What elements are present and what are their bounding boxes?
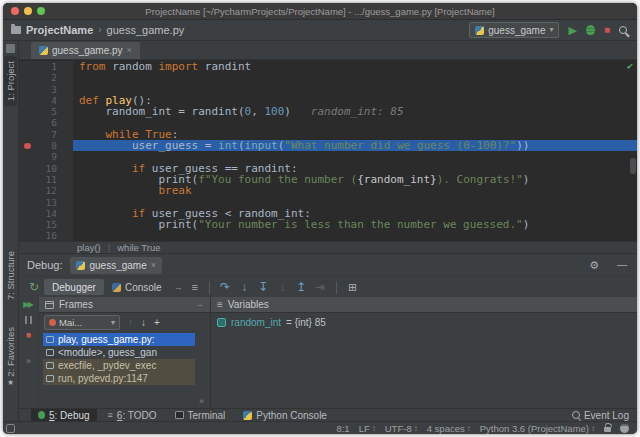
line-number-gutter[interactable]: 6	[19, 117, 73, 128]
breadcrumb-function[interactable]: play()	[77, 242, 101, 253]
line-number-gutter[interactable]: 13	[19, 197, 73, 208]
step-into-icon[interactable]: ↓	[235, 281, 254, 293]
close-icon[interactable]: ×	[151, 261, 156, 270]
step-over-icon[interactable]: ↷	[216, 281, 235, 293]
zoom-window-button[interactable]	[37, 7, 45, 15]
line-number-gutter[interactable]: 14	[19, 208, 73, 219]
line-number-gutter[interactable]: 7	[19, 129, 73, 140]
caret-position[interactable]: 8:1	[336, 423, 349, 434]
line-number-gutter[interactable]: 11	[19, 174, 73, 185]
code-line[interactable]: 1from random import randint	[19, 61, 637, 72]
updown-arrows-icon: ↕	[414, 424, 418, 433]
frame-down-icon[interactable]: ↓	[141, 318, 146, 328]
tool-window-button-terminal[interactable]: Terminal	[168, 409, 233, 422]
editor-scrollbar[interactable]	[630, 158, 636, 174]
step-into-my-code-icon[interactable]: ↧	[254, 281, 273, 293]
code-line[interactable]: 5 random_int = randint(0, 100) random_in…	[19, 106, 637, 117]
lock-icon[interactable]	[604, 427, 611, 432]
evaluate-expression-icon[interactable]: ⊞	[343, 282, 363, 293]
tool-window-button-python[interactable]: Python Console	[236, 409, 334, 422]
frame-row[interactable]: play, guess_game.py:	[43, 333, 195, 346]
terminal-icon	[175, 411, 184, 419]
toggle-tool-buttons-icon[interactable]	[6, 424, 15, 433]
run-configuration-select[interactable]: guess_game ▾	[469, 22, 559, 38]
rerun-icon[interactable]: ↻	[24, 281, 44, 293]
frame-row[interactable]: execfile, _pydev_exec	[43, 359, 195, 372]
line-number-gutter[interactable]: 10	[19, 163, 73, 174]
line-number-gutter[interactable]: 3	[19, 84, 73, 95]
step-out-icon[interactable]: ↥	[292, 281, 311, 293]
frame-row[interactable]: run, pydevd.py:1147	[43, 372, 195, 385]
pause-program-icon[interactable]	[25, 316, 32, 324]
sidebar-item-favorites[interactable]: 2: Favorites	[5, 327, 16, 377]
show-prompt-icon[interactable]: →	[174, 283, 183, 292]
tool-window-button-todo[interactable]: ≡6: TODO	[101, 409, 164, 422]
breadcrumb-file[interactable]: guess_game.py	[107, 24, 185, 36]
breadcrumb-block[interactable]: while True	[117, 242, 160, 253]
interpreter-widget[interactable]: Python 3.6 (ProjectName)↕	[480, 423, 595, 434]
line-number-gutter[interactable]: 12	[19, 185, 73, 196]
frame-row[interactable]: <module>, guess_gan	[43, 346, 195, 359]
code-line[interactable]: 12 break	[19, 185, 637, 196]
sidebar-item-project[interactable]: 1: Project	[4, 56, 17, 106]
tab-console[interactable]: Console	[104, 279, 170, 295]
stop-icon[interactable]: ■	[26, 331, 31, 340]
debug-session-tab[interactable]: guess_game ×	[70, 257, 162, 274]
code-line[interactable]: 15 print("Your number is less than the n…	[19, 219, 637, 230]
frames-overflow-icon[interactable]: »	[199, 397, 204, 406]
layout-menu-icon[interactable]: ≡	[187, 282, 203, 293]
editor-tab-guess-game[interactable]: guess_game.py ×	[31, 42, 140, 59]
stop-button[interactable]: ■	[604, 25, 610, 35]
code-line[interactable]: 16	[19, 230, 637, 241]
run-button[interactable]: ▶	[568, 25, 576, 36]
sidebar-item-structure[interactable]: 7: Structure	[5, 251, 16, 300]
frame-label: execfile, _pydev_exec	[58, 360, 156, 371]
breakpoint-dot[interactable]	[24, 143, 31, 150]
more-actions-icon[interactable]: »	[26, 357, 31, 366]
minimize-window-button[interactable]	[24, 7, 32, 15]
variable-row[interactable]: random_int= {int} 85	[217, 317, 631, 328]
inspections-profile-icon[interactable]	[620, 424, 629, 433]
tab-debugger[interactable]: Debugger	[44, 279, 104, 295]
code-editor[interactable]: 1from random import randint234def play()…	[19, 60, 637, 241]
line-number-gutter[interactable]: 4	[19, 95, 73, 106]
breadcrumb-project[interactable]: ProjectName	[26, 24, 93, 36]
line-number-gutter[interactable]: 16	[19, 230, 73, 241]
line-number-gutter[interactable]: 15	[19, 219, 73, 230]
breadcrumb-divider: |	[108, 242, 110, 253]
search-everywhere-icon[interactable]	[619, 26, 627, 34]
line-number-gutter[interactable]: 8	[19, 140, 73, 151]
force-step-into-icon[interactable]: ↓	[273, 281, 292, 293]
hide-panel-icon[interactable]: —	[617, 260, 627, 270]
encoding-widget[interactable]: UTF-8↕	[385, 423, 418, 434]
code-line[interactable]: 2	[19, 72, 637, 83]
event-log-icon	[572, 411, 580, 419]
close-window-button[interactable]	[11, 7, 19, 15]
variables-icon: ≡	[217, 300, 223, 310]
line-number-gutter[interactable]: 2	[19, 72, 73, 83]
code-lines: 1from random import randint234def play()…	[19, 61, 637, 241]
code-text	[73, 72, 637, 83]
bug-icon	[38, 411, 45, 419]
debug-button[interactable]	[586, 25, 595, 35]
indent-widget[interactable]: 4 spaces↕	[427, 423, 471, 434]
navigation-bar: ProjectName › guess_game.py guess_game ▾…	[3, 20, 637, 41]
inspections-ok-icon[interactable]: ✔	[627, 61, 633, 71]
frame-up-icon[interactable]: ↑	[128, 318, 133, 328]
gear-icon[interactable]: ⚙	[589, 260, 599, 271]
thread-select[interactable]: Mai... ▾	[44, 315, 120, 330]
chevron-down-icon: ▾	[549, 26, 553, 34]
close-icon[interactable]: ×	[127, 46, 132, 55]
add-icon[interactable]: +	[154, 318, 160, 328]
tool-window-button-debug[interactable]: 5: Debug	[31, 409, 97, 422]
resume-program-icon[interactable]: ▶▶	[23, 301, 33, 309]
line-ending-widget[interactable]: LF↕	[359, 423, 376, 434]
pin-icon[interactable]: →	[195, 300, 204, 309]
line-number-gutter[interactable]: 1	[19, 61, 73, 72]
run-to-cursor-icon[interactable]: ⇥	[311, 281, 330, 293]
line-number-gutter[interactable]: 5	[19, 106, 73, 117]
variable-icon	[217, 318, 226, 327]
code-line[interactable]: 8 user_guess = int(input("What number di…	[19, 140, 637, 151]
line-number-gutter[interactable]: 9	[19, 151, 73, 162]
event-log-button[interactable]: Event Log	[572, 410, 629, 421]
